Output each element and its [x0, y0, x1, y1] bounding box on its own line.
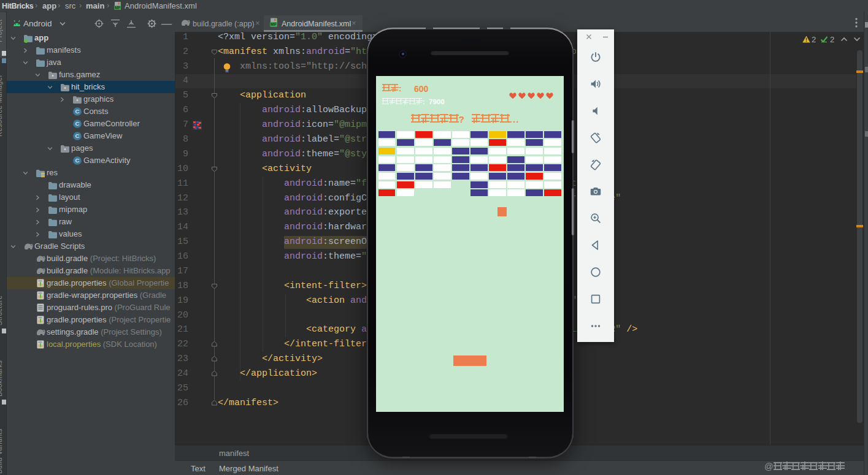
svg-text:MF: MF — [271, 22, 277, 26]
